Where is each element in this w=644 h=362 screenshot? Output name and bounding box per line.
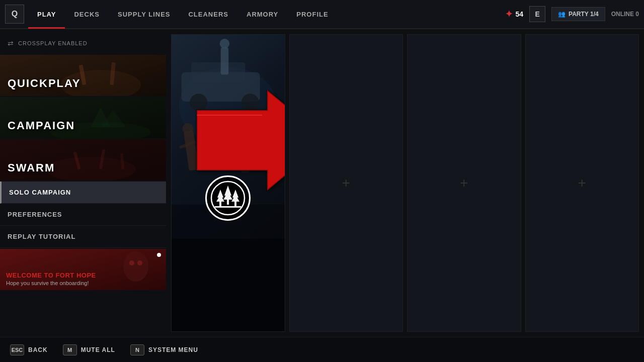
back-label: BACK [28,346,48,353]
svg-point-28 [210,118,220,128]
currency-display: ✦ 54 [505,9,524,20]
svg-rect-34 [172,239,285,331]
svg-rect-48 [214,206,242,208]
svg-rect-20 [191,62,245,82]
e-button[interactable]: E [529,6,545,22]
news-notification-dot [157,253,161,257]
main-area: ⇄ CROSSPLAY ENABLED [0,29,644,337]
svg-rect-44 [219,202,221,206]
content-area: + + + [166,29,644,337]
nav-item-play[interactable]: PLAY [28,0,65,29]
nav-items: PLAY DECKS SUPPLY LINES CLEANERS ARMORY … [28,0,505,29]
crossplay-icon: ⇄ [8,39,14,47]
online-count: ONLINE 0 [611,11,639,18]
add-player-icon-2: + [342,175,350,191]
forest-circle-icon [205,175,251,221]
back-action[interactable]: ESC BACK [10,344,48,355]
currency-icon: ✦ [505,9,513,20]
svg-rect-23 [221,48,229,75]
svg-point-14 [123,251,148,282]
nav-item-supply-lines[interactable]: SUPPLY LINES [109,0,179,29]
svg-point-22 [242,94,259,111]
news-subtitle: Hope you survive the onboarding! [6,280,89,286]
player-slot-3[interactable]: + [407,34,521,332]
svg-point-15 [129,260,134,265]
player-slot-2[interactable]: + [289,34,404,332]
menu-item-replay-tutorial[interactable]: REPLAY TUTORIAL [0,226,166,248]
bottom-bar: ESC BACK M MUTE ALL N SYSTEM MENU [0,337,644,362]
nav-right: ✦ 54 E 👥 PARTY 1/4 ONLINE 0 [505,6,639,22]
esc-key: ESC [10,344,24,355]
system-menu-action[interactable]: N SYSTEM MENU [130,344,198,355]
sidebar: ⇄ CROSSPLAY ENABLED [0,29,166,337]
forest-icon-container [205,175,251,221]
svg-point-16 [137,260,142,265]
q-button[interactable]: Q [5,5,24,24]
system-menu-label: SYSTEM MENU [148,346,198,353]
quickplay-label: QUICKPLAY [8,77,81,90]
svg-point-24 [220,39,230,49]
svg-point-21 [190,94,207,111]
news-card[interactable]: WELCOME TO FORT HOPE Hope you survive th… [0,249,166,290]
news-title: WELCOME TO FORT HOPE [6,272,96,279]
svg-rect-47 [234,202,236,206]
add-player-icon-4: + [578,175,586,191]
nav-item-decks[interactable]: DECKS [65,0,109,29]
mute-label: MUTE ALL [81,346,115,353]
menu-item-solo-campaign[interactable]: SOLO CAMPAIGN [0,182,166,204]
crossplay-notice: ⇄ CROSSPLAY ENABLED [0,39,166,47]
party-icon: 👥 [558,11,566,18]
player-slot-4[interactable]: + [525,34,639,332]
campaign-label: CAMPAIGN [8,119,75,132]
menu-item-preferences[interactable]: PREFERENCES [0,204,166,226]
svg-rect-41 [227,200,229,205]
m-key: M [63,344,77,355]
n-key: N [130,344,144,355]
add-player-icon-3: + [460,175,468,191]
svg-point-30 [239,129,249,138]
swarm-label: SWARM [8,161,55,174]
nav-item-armory[interactable]: ARMORY [237,0,287,29]
mode-card-quickplay[interactable]: QUICKPLAY [0,55,166,96]
party-display[interactable]: 👥 PARTY 1/4 [551,7,605,21]
player-slot-1[interactable] [171,34,285,332]
nav-item-cleaners[interactable]: CLEANERS [179,0,237,29]
mute-action[interactable]: M MUTE ALL [63,344,115,355]
mode-card-swarm[interactable]: SWARM [0,139,166,180]
svg-point-26 [182,123,193,134]
mode-card-campaign[interactable]: CAMPAIGN [0,97,166,138]
nav-item-profile[interactable]: PROFILE [287,0,337,29]
top-nav: Q PLAY DECKS SUPPLY LINES CLEANERS ARMOR… [0,0,644,29]
